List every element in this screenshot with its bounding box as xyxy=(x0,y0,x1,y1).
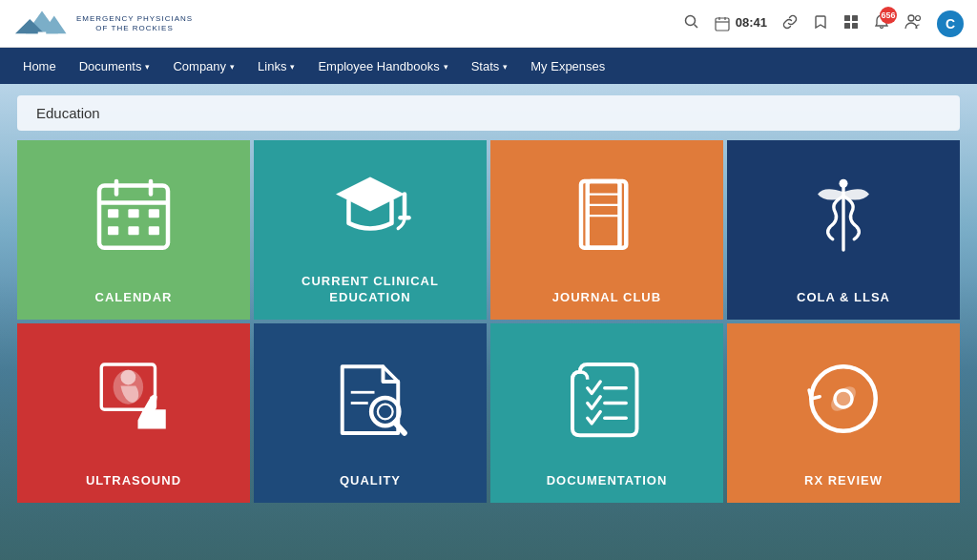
search-icon[interactable] xyxy=(684,14,699,33)
tile-documentation[interactable]: DOCUMENTATION xyxy=(490,323,723,503)
nav-links-arrow: ▾ xyxy=(290,62,295,72)
grid-icon[interactable] xyxy=(843,14,859,33)
svg-point-4 xyxy=(686,15,696,25)
nav-stats-arrow: ▾ xyxy=(503,62,508,72)
svg-point-43 xyxy=(378,404,393,419)
pill-icon xyxy=(727,323,960,473)
svg-rect-11 xyxy=(852,15,858,21)
svg-point-49 xyxy=(826,382,860,415)
tile-clinical-label: CURRENT CLINICAL EDUCATION xyxy=(294,274,447,306)
nav-item-home[interactable]: Home xyxy=(11,48,68,84)
tile-calendar[interactable]: CALENDAR xyxy=(17,140,250,320)
book-icon xyxy=(490,140,723,290)
svg-point-15 xyxy=(916,15,921,20)
caduceus-icon xyxy=(727,140,960,290)
svg-rect-3 xyxy=(38,31,47,35)
svg-rect-10 xyxy=(844,15,850,21)
svg-rect-21 xyxy=(128,209,138,218)
nav-item-handbooks[interactable]: Employee Handbooks ▾ xyxy=(306,48,459,84)
tile-ultrasound-label: ULTRASOUND xyxy=(78,473,189,489)
tile-ultrasound[interactable]: ULTRASOUND xyxy=(17,323,250,503)
svg-marker-26 xyxy=(336,177,405,212)
nav-item-company[interactable]: Company ▾ xyxy=(161,48,246,84)
tile-quality[interactable]: QUALITY xyxy=(254,323,487,503)
svg-line-5 xyxy=(695,24,698,28)
section-title: Education xyxy=(17,95,960,131)
nav-item-expenses[interactable]: My Expenses xyxy=(519,48,616,84)
ultrasound-icon xyxy=(17,323,250,473)
nav-company-arrow: ▾ xyxy=(230,62,235,72)
bookmark-icon[interactable] xyxy=(813,14,828,33)
nav-bar: Home Documents ▾ Company ▾ Links ▾ Emplo… xyxy=(0,48,977,84)
top-icons-area: 08:41 656 xyxy=(684,10,964,37)
svg-rect-25 xyxy=(149,226,159,235)
svg-rect-23 xyxy=(108,226,118,235)
notification-badge: 656 xyxy=(880,7,897,24)
tiles-grid: CALENDAR CURRENT CLINICAL EDUCATION xyxy=(17,140,960,503)
tile-cola-label: COLA & LLSA xyxy=(789,290,898,306)
svg-point-35 xyxy=(840,178,848,187)
nav-expenses-label: My Expenses xyxy=(530,59,605,73)
calendar-icon xyxy=(17,140,250,290)
svg-rect-13 xyxy=(852,23,858,29)
svg-rect-22 xyxy=(149,209,159,218)
tile-journal[interactable]: JOURNAL CLUB xyxy=(490,140,723,320)
people-icon[interactable] xyxy=(904,14,922,33)
svg-rect-6 xyxy=(716,18,729,31)
svg-rect-24 xyxy=(128,226,138,235)
notification-bell-icon[interactable]: 656 xyxy=(874,14,889,33)
tile-quality-label: QUALITY xyxy=(332,473,408,489)
svg-point-14 xyxy=(908,15,914,21)
nav-company-label: Company xyxy=(173,59,226,73)
nav-item-documents[interactable]: Documents ▾ xyxy=(68,48,162,84)
nav-handbooks-label: Employee Handbooks xyxy=(318,59,439,73)
logo-mountain-icon xyxy=(13,8,71,40)
tile-journal-label: JOURNAL CLUB xyxy=(545,290,669,306)
graduation-icon xyxy=(254,140,487,274)
user-avatar[interactable]: C xyxy=(937,10,964,37)
svg-rect-12 xyxy=(844,23,850,29)
link-icon[interactable] xyxy=(782,14,798,33)
nav-documents-label: Documents xyxy=(79,59,142,73)
tile-documentation-label: DOCUMENTATION xyxy=(539,473,676,489)
tile-cola[interactable]: COLA & LLSA xyxy=(727,140,960,320)
tile-rx-label: RX REVIEW xyxy=(797,473,890,489)
calendar-time-icon: 08:41 xyxy=(715,15,767,31)
tile-clinical[interactable]: CURRENT CLINICAL EDUCATION xyxy=(254,140,487,320)
nav-item-stats[interactable]: Stats ▾ xyxy=(460,48,520,84)
logo-area: EMERGENCY PHYSICIANS OF THE ROCKIES xyxy=(13,8,193,40)
nav-home-label: Home xyxy=(23,59,56,73)
nav-stats-label: Stats xyxy=(471,59,500,73)
tile-rx[interactable]: RX REVIEW xyxy=(727,323,960,503)
logo-line1: EMERGENCY PHYSICIANS xyxy=(76,14,193,24)
logo-line2: OF THE ROCKIES xyxy=(76,24,193,33)
svg-rect-20 xyxy=(108,209,118,218)
logo-text: EMERGENCY PHYSICIANS OF THE ROCKIES xyxy=(76,14,193,32)
nav-documents-arrow: ▾ xyxy=(145,62,150,72)
checklist-icon xyxy=(490,323,723,473)
nav-handbooks-arrow: ▾ xyxy=(444,62,448,72)
time-display: 08:41 xyxy=(736,15,767,30)
tile-calendar-label: CALENDAR xyxy=(88,290,180,306)
magnifier-document-icon xyxy=(254,323,487,473)
nav-item-links[interactable]: Links ▾ xyxy=(246,48,306,84)
svg-point-38 xyxy=(121,369,136,384)
main-content: Education CALENDAR xyxy=(0,84,977,560)
top-bar: EMERGENCY PHYSICIANS OF THE ROCKIES 08:4… xyxy=(0,0,977,48)
nav-links-label: Links xyxy=(258,59,286,73)
